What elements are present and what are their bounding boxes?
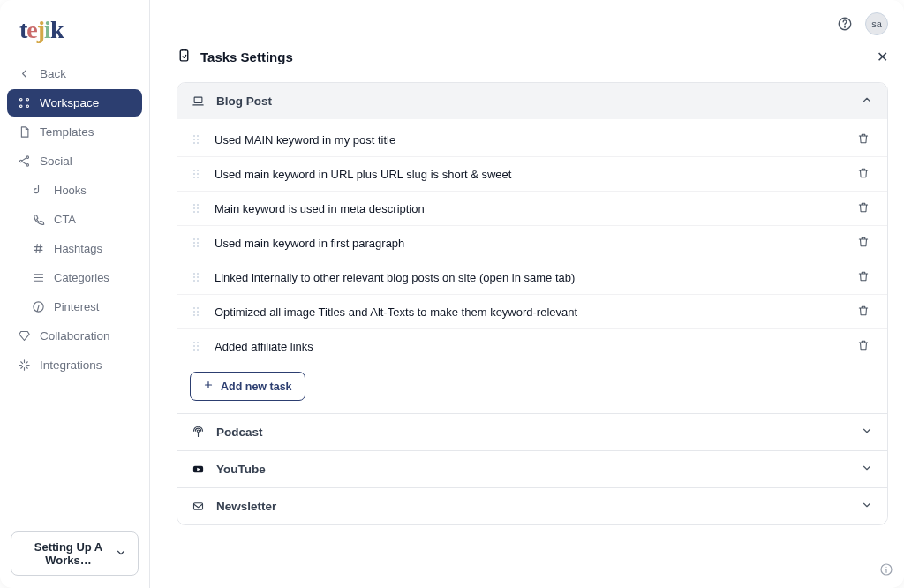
arrow-left-icon — [18, 67, 31, 80]
task-row: Used main keyword in first paragraph — [177, 226, 887, 260]
drag-handle-icon[interactable] — [193, 273, 202, 282]
close-button[interactable]: ✕ — [877, 49, 888, 65]
task-row: Used MAIN keyword in my post title — [177, 123, 887, 157]
delete-task-button[interactable] — [857, 132, 871, 147]
sidebar-item-label: Back — [40, 67, 66, 80]
section-head-podcast[interactable]: Podcast — [177, 413, 887, 450]
drag-handle-icon[interactable] — [193, 170, 202, 178]
sidebar-item-pinterest[interactable]: Pinterest — [7, 293, 142, 320]
sidebar-item-cta[interactable]: CTA — [7, 206, 142, 233]
sidebar-item-label: Social — [40, 155, 72, 168]
svg-point-0 — [20, 99, 23, 102]
task-label: Used main keyword in URL plus URL slug i… — [215, 168, 845, 181]
task-row: Optimized all image Titles and Alt-Texts… — [177, 295, 887, 329]
sidebar-item-hooks[interactable]: Hooks — [7, 177, 142, 204]
delete-task-button[interactable] — [857, 201, 871, 215]
sidebar-item-label: Templates — [40, 125, 94, 139]
chevron-down-icon — [115, 547, 127, 562]
pinterest-icon — [32, 300, 45, 313]
sparkle-icon — [18, 358, 31, 372]
delete-task-button[interactable] — [857, 236, 871, 250]
phone-icon — [32, 213, 45, 226]
hashtag-icon — [32, 242, 45, 255]
chevron-up-icon — [861, 94, 873, 109]
sidebar-item-label: Hooks — [54, 184, 87, 197]
mail-icon — [192, 500, 206, 514]
hook-icon — [32, 184, 45, 197]
delete-task-button[interactable] — [857, 167, 871, 181]
section-label: Podcast — [216, 426, 263, 439]
sidebar-item-label: Workspace — [40, 96, 99, 109]
brand-logo: tejik — [7, 16, 142, 57]
task-row: Added affiliate links — [177, 329, 887, 363]
section-head-newsletter[interactable]: Newsletter — [177, 487, 887, 524]
footer-label: Setting Up A Works… — [22, 540, 115, 567]
task-label: Main keyword is used in meta description — [215, 202, 845, 215]
section-label: Newsletter — [216, 500, 276, 513]
chevron-down-icon — [861, 499, 873, 514]
task-label: Used main keyword in first paragraph — [215, 237, 845, 250]
laptop-icon — [192, 94, 206, 109]
file-icon — [18, 125, 31, 139]
sidebar-item-label: Hashtags — [54, 242, 102, 255]
add-task-button[interactable]: Add new task — [190, 372, 305, 401]
list-icon — [32, 271, 45, 284]
sidebar-item-workspace[interactable]: Workspace — [7, 89, 142, 117]
task-label: Optimized all image Titles and Alt-Texts… — [215, 305, 845, 319]
sidebar-item-categories[interactable]: Categories — [7, 264, 142, 291]
drag-handle-icon[interactable] — [193, 307, 202, 316]
main: sa Tasks Settings ✕ Blog Post — [150, 0, 904, 588]
task-label: Linked internally to other relevant blog… — [215, 271, 845, 284]
sidebar-item-social[interactable]: Social — [7, 147, 142, 175]
task-list-blog: Used MAIN keyword in my post title Used … — [177, 119, 887, 413]
svg-point-1 — [26, 99, 29, 102]
task-row: Linked internally to other relevant blog… — [177, 260, 887, 295]
task-row: Used main keyword in URL plus URL slug i… — [177, 157, 887, 192]
plus-icon — [203, 380, 214, 393]
sidebar-item-label: Categories — [54, 271, 109, 284]
task-label: Added affiliate links — [215, 340, 845, 353]
topbar: sa — [150, 0, 904, 48]
drag-handle-icon[interactable] — [193, 238, 202, 247]
chevron-down-icon — [861, 462, 873, 477]
youtube-icon — [192, 463, 206, 477]
podcast-icon — [192, 426, 206, 440]
help-button[interactable] — [833, 12, 856, 35]
share-icon — [18, 155, 31, 168]
sidebar-item-back[interactable]: Back — [7, 60, 142, 87]
sections-panel: Blog Post Used MAIN keyword in my post t… — [177, 82, 888, 525]
sidebar: tejik Back Workspace Templates — [0, 0, 150, 588]
avatar[interactable]: sa — [865, 12, 888, 35]
delete-task-button[interactable] — [857, 339, 871, 353]
task-row: Main keyword is used in meta description — [177, 192, 887, 226]
sidebar-item-label: Collaboration — [40, 329, 110, 343]
svg-rect-10 — [180, 50, 188, 61]
clipboard-icon — [177, 48, 192, 66]
svg-point-3 — [26, 105, 29, 108]
sidebar-item-templates[interactable]: Templates — [7, 118, 142, 146]
diamond-icon — [18, 329, 31, 343]
drag-handle-icon[interactable] — [193, 135, 202, 144]
info-icon[interactable] — [879, 562, 893, 579]
svg-rect-11 — [194, 97, 202, 102]
sidebar-item-collaboration[interactable]: Collaboration — [7, 322, 142, 350]
task-label: Used MAIN keyword in my post title — [215, 133, 845, 147]
drag-handle-icon[interactable] — [193, 204, 202, 213]
page-title: Tasks Settings — [200, 49, 293, 64]
sidebar-nav: Back Workspace Templates Social — [7, 60, 142, 379]
svg-rect-14 — [194, 502, 203, 509]
sidebar-item-label: CTA — [54, 213, 76, 226]
sidebar-item-integrations[interactable]: Integrations — [7, 351, 142, 379]
page-header: Tasks Settings ✕ — [177, 48, 888, 66]
section-head-youtube[interactable]: YouTube — [177, 450, 887, 487]
delete-task-button[interactable] — [857, 270, 871, 284]
grid-icon — [18, 96, 31, 109]
sidebar-item-hashtags[interactable]: Hashtags — [7, 235, 142, 262]
footer-workspace-selector[interactable]: Setting Up A Works… — [11, 531, 139, 576]
svg-point-2 — [20, 105, 23, 108]
delete-task-button[interactable] — [857, 305, 871, 319]
drag-handle-icon[interactable] — [193, 342, 202, 351]
section-head-blog-post[interactable]: Blog Post — [177, 83, 887, 119]
sidebar-item-label: Integrations — [40, 358, 102, 372]
svg-point-9 — [845, 26, 846, 27]
